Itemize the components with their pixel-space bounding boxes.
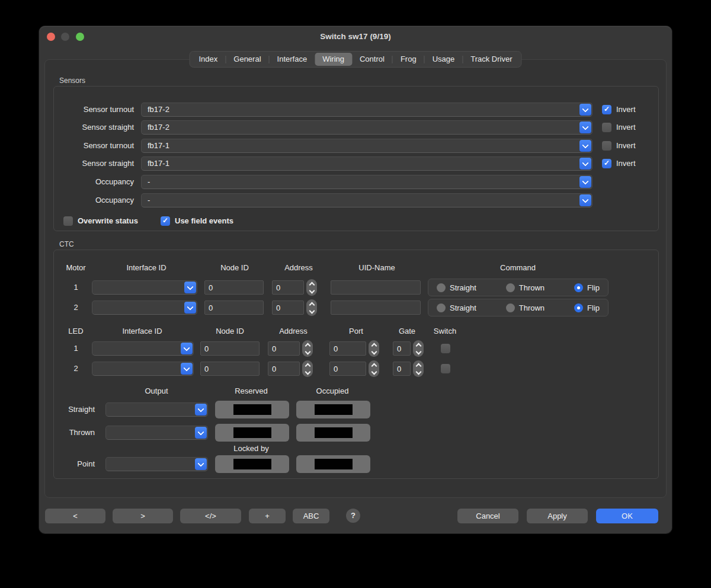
- chevron-down-icon[interactable]: [195, 458, 207, 470]
- chevron-down-icon[interactable]: [181, 343, 193, 354]
- invert-checkbox-4[interactable]: [602, 159, 611, 168]
- color-swatch: [233, 427, 271, 438]
- straight-reserved-color-button[interactable]: [215, 401, 289, 418]
- titlebar[interactable]: Switch sw17 (9/19): [39, 26, 672, 47]
- led1-gate-stepper[interactable]: [413, 340, 424, 357]
- led1-port-stepper[interactable]: [369, 340, 379, 357]
- radio-icon[interactable]: [506, 303, 515, 312]
- motor2-address-input[interactable]: [272, 301, 304, 315]
- motor1-straight-option[interactable]: Straight: [437, 283, 476, 292]
- motor1-flip-option[interactable]: Flip: [574, 283, 600, 292]
- tab-index[interactable]: Index: [191, 53, 225, 66]
- motor2-flip-option[interactable]: Flip: [574, 303, 600, 312]
- sensor-straight-combo[interactable]: fb17-2: [141, 120, 592, 135]
- motor1-uid-input[interactable]: [331, 280, 421, 295]
- add-button[interactable]: +: [249, 509, 286, 523]
- motor-row1-index: 1: [73, 283, 78, 292]
- led1-port-input[interactable]: [329, 341, 366, 356]
- output-straight-combo[interactable]: [105, 402, 208, 417]
- chevron-down-icon[interactable]: [579, 158, 591, 170]
- tab-general[interactable]: General: [226, 53, 268, 66]
- chevron-down-icon[interactable]: [184, 282, 196, 293]
- occupancy-combo-2[interactable]: -: [141, 193, 592, 207]
- led2-port-stepper[interactable]: [369, 360, 379, 377]
- chevron-down-icon[interactable]: [579, 104, 591, 116]
- led2-gate-stepper[interactable]: [413, 360, 424, 377]
- motor2-node-input[interactable]: [204, 301, 264, 315]
- motor2-interface-combo[interactable]: [92, 301, 197, 315]
- abc-button[interactable]: ABC: [293, 509, 329, 523]
- ok-button[interactable]: OK: [596, 509, 658, 523]
- point-occupied-color-button[interactable]: [296, 455, 370, 473]
- color-swatch: [315, 459, 353, 469]
- led1-interface-combo[interactable]: [92, 341, 194, 356]
- chevron-down-icon[interactable]: [195, 427, 207, 439]
- radio-selected-icon[interactable]: [574, 283, 583, 292]
- next-button[interactable]: >: [113, 509, 173, 523]
- led2-switch-checkbox[interactable]: [441, 364, 450, 373]
- chevron-down-icon[interactable]: [579, 194, 591, 206]
- motor2-address-stepper[interactable]: [306, 299, 317, 316]
- motor1-interface-combo[interactable]: [92, 280, 197, 295]
- invert-checkbox-1[interactable]: [602, 105, 611, 114]
- radio-icon[interactable]: [437, 303, 446, 312]
- sensor-turnout-combo[interactable]: fb17-2: [141, 103, 592, 117]
- help-button[interactable]: ?: [346, 509, 360, 523]
- motor1-thrown-option[interactable]: Thrown: [506, 283, 545, 292]
- output-thrown-combo[interactable]: [105, 426, 208, 440]
- prev-button[interactable]: <: [45, 509, 105, 523]
- straight-occupied-color-button[interactable]: [296, 401, 370, 418]
- xml-code-button[interactable]: </>: [180, 509, 241, 523]
- led2-port-input[interactable]: [329, 362, 366, 376]
- use-field-events-checkbox[interactable]: [161, 216, 170, 226]
- point-locked-by-color-button[interactable]: [215, 455, 289, 473]
- occupancy-value-1: -: [148, 175, 150, 188]
- tab-usage[interactable]: Usage: [425, 53, 463, 66]
- led2-address-input[interactable]: [268, 362, 300, 376]
- led-port-header: Port: [349, 327, 363, 335]
- apply-button[interactable]: Apply: [527, 509, 588, 523]
- overwrite-status-checkbox[interactable]: [63, 216, 73, 226]
- motor2-uid-input[interactable]: [331, 301, 421, 315]
- output-thrown-label: Thrown: [53, 426, 95, 440]
- chevron-down-icon[interactable]: [184, 302, 196, 314]
- motor2-thrown-option[interactable]: Thrown: [506, 303, 545, 312]
- led2-node-input[interactable]: [200, 362, 260, 376]
- window-title: Switch sw17 (9/19): [39, 32, 672, 41]
- chevron-down-icon[interactable]: [195, 404, 207, 416]
- radio-icon[interactable]: [437, 283, 446, 292]
- output-point-combo[interactable]: [105, 457, 208, 471]
- tab-track-driver[interactable]: Track Driver: [463, 53, 520, 66]
- chevron-down-icon[interactable]: [579, 176, 591, 188]
- led1-node-input[interactable]: [200, 341, 260, 356]
- sensor-straight2-combo[interactable]: fb17-1: [141, 156, 592, 171]
- motor1-node-input[interactable]: [204, 280, 264, 295]
- motor1-address-stepper[interactable]: [306, 279, 317, 296]
- sensor-turnout2-combo[interactable]: fb17-1: [141, 139, 592, 153]
- radio-icon[interactable]: [506, 283, 515, 292]
- led1-address-stepper[interactable]: [302, 340, 313, 357]
- led1-address-input[interactable]: [268, 341, 300, 356]
- led2-address-stepper[interactable]: [302, 360, 313, 377]
- motor1-address-input[interactable]: [272, 280, 304, 295]
- led1-switch-checkbox[interactable]: [441, 344, 450, 353]
- tab-interface[interactable]: Interface: [270, 53, 315, 66]
- invert-checkbox-2[interactable]: [602, 123, 611, 132]
- invert-checkbox-3[interactable]: [602, 141, 611, 151]
- tab-control[interactable]: Control: [352, 53, 392, 66]
- chevron-down-icon[interactable]: [579, 122, 591, 133]
- tab-frog[interactable]: Frog: [393, 53, 424, 66]
- sensor-turnout-label: Sensor turnout: [53, 103, 134, 117]
- cancel-button[interactable]: Cancel: [457, 509, 518, 523]
- led2-interface-combo[interactable]: [92, 362, 194, 376]
- occupancy-combo-1[interactable]: -: [141, 175, 592, 189]
- chevron-down-icon[interactable]: [181, 363, 193, 375]
- thrown-reserved-color-button[interactable]: [215, 424, 289, 442]
- led2-gate-input[interactable]: [393, 362, 411, 376]
- tab-wiring[interactable]: Wiring: [315, 53, 352, 66]
- radio-selected-icon[interactable]: [574, 303, 583, 312]
- thrown-occupied-color-button[interactable]: [296, 424, 370, 442]
- motor2-straight-option[interactable]: Straight: [437, 303, 476, 312]
- led1-gate-input[interactable]: [393, 341, 411, 356]
- chevron-down-icon[interactable]: [579, 140, 591, 152]
